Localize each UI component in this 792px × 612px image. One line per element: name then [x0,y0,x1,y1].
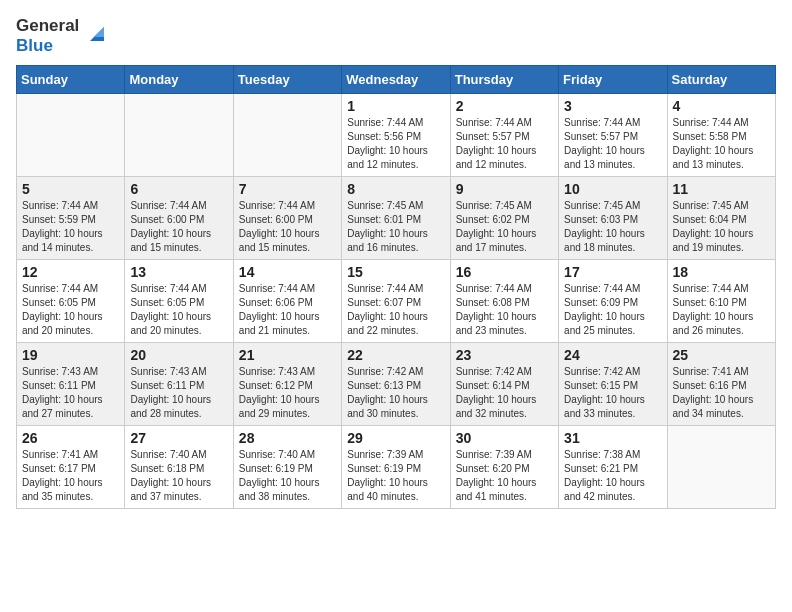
day-number: 8 [347,181,444,197]
day-info: Sunrise: 7:45 AM Sunset: 6:02 PM Dayligh… [456,199,553,255]
weekday-header-sunday: Sunday [17,66,125,94]
weekday-header-saturday: Saturday [667,66,775,94]
week-row-1: 1Sunrise: 7:44 AM Sunset: 5:56 PM Daylig… [17,94,776,177]
day-number: 13 [130,264,227,280]
logo-blue: Blue [16,36,53,55]
calendar-cell: 14Sunrise: 7:44 AM Sunset: 6:06 PM Dayli… [233,260,341,343]
day-info: Sunrise: 7:44 AM Sunset: 5:57 PM Dayligh… [456,116,553,172]
day-info: Sunrise: 7:43 AM Sunset: 6:12 PM Dayligh… [239,365,336,421]
calendar-cell: 27Sunrise: 7:40 AM Sunset: 6:18 PM Dayli… [125,426,233,509]
day-number: 15 [347,264,444,280]
day-info: Sunrise: 7:45 AM Sunset: 6:03 PM Dayligh… [564,199,661,255]
calendar-container: General Blue SundayMondayTuesdayWednesda… [0,0,792,525]
day-number: 11 [673,181,770,197]
day-number: 29 [347,430,444,446]
day-number: 27 [130,430,227,446]
calendar-cell: 8Sunrise: 7:45 AM Sunset: 6:01 PM Daylig… [342,177,450,260]
logo-text: General Blue [16,16,79,55]
calendar-cell: 10Sunrise: 7:45 AM Sunset: 6:03 PM Dayli… [559,177,667,260]
day-number: 3 [564,98,661,114]
calendar-table: SundayMondayTuesdayWednesdayThursdayFrid… [16,65,776,509]
day-info: Sunrise: 7:44 AM Sunset: 6:07 PM Dayligh… [347,282,444,338]
logo-triangle-icon [86,23,108,45]
day-number: 14 [239,264,336,280]
calendar-cell: 25Sunrise: 7:41 AM Sunset: 6:16 PM Dayli… [667,343,775,426]
weekday-header-monday: Monday [125,66,233,94]
calendar-cell: 5Sunrise: 7:44 AM Sunset: 5:59 PM Daylig… [17,177,125,260]
calendar-cell: 3Sunrise: 7:44 AM Sunset: 5:57 PM Daylig… [559,94,667,177]
calendar-cell: 19Sunrise: 7:43 AM Sunset: 6:11 PM Dayli… [17,343,125,426]
day-number: 16 [456,264,553,280]
day-info: Sunrise: 7:40 AM Sunset: 6:19 PM Dayligh… [239,448,336,504]
calendar-cell: 4Sunrise: 7:44 AM Sunset: 5:58 PM Daylig… [667,94,775,177]
day-number: 28 [239,430,336,446]
header: General Blue [16,16,776,55]
day-info: Sunrise: 7:39 AM Sunset: 6:20 PM Dayligh… [456,448,553,504]
day-info: Sunrise: 7:43 AM Sunset: 6:11 PM Dayligh… [130,365,227,421]
weekday-header-friday: Friday [559,66,667,94]
calendar-cell [17,94,125,177]
week-row-2: 5Sunrise: 7:44 AM Sunset: 5:59 PM Daylig… [17,177,776,260]
calendar-cell: 21Sunrise: 7:43 AM Sunset: 6:12 PM Dayli… [233,343,341,426]
day-info: Sunrise: 7:39 AM Sunset: 6:19 PM Dayligh… [347,448,444,504]
calendar-cell: 17Sunrise: 7:44 AM Sunset: 6:09 PM Dayli… [559,260,667,343]
day-info: Sunrise: 7:45 AM Sunset: 6:04 PM Dayligh… [673,199,770,255]
day-info: Sunrise: 7:42 AM Sunset: 6:15 PM Dayligh… [564,365,661,421]
logo: General Blue [16,16,108,55]
weekday-header-row: SundayMondayTuesdayWednesdayThursdayFrid… [17,66,776,94]
calendar-cell: 2Sunrise: 7:44 AM Sunset: 5:57 PM Daylig… [450,94,558,177]
week-row-3: 12Sunrise: 7:44 AM Sunset: 6:05 PM Dayli… [17,260,776,343]
day-number: 23 [456,347,553,363]
logo-general: General [16,16,79,35]
day-info: Sunrise: 7:44 AM Sunset: 6:00 PM Dayligh… [130,199,227,255]
day-number: 21 [239,347,336,363]
calendar-cell [233,94,341,177]
day-number: 17 [564,264,661,280]
day-info: Sunrise: 7:44 AM Sunset: 5:56 PM Dayligh… [347,116,444,172]
calendar-cell: 31Sunrise: 7:38 AM Sunset: 6:21 PM Dayli… [559,426,667,509]
day-number: 19 [22,347,119,363]
week-row-5: 26Sunrise: 7:41 AM Sunset: 6:17 PM Dayli… [17,426,776,509]
day-number: 20 [130,347,227,363]
day-info: Sunrise: 7:41 AM Sunset: 6:17 PM Dayligh… [22,448,119,504]
calendar-cell: 6Sunrise: 7:44 AM Sunset: 6:00 PM Daylig… [125,177,233,260]
calendar-cell: 28Sunrise: 7:40 AM Sunset: 6:19 PM Dayli… [233,426,341,509]
calendar-cell: 23Sunrise: 7:42 AM Sunset: 6:14 PM Dayli… [450,343,558,426]
day-number: 5 [22,181,119,197]
day-info: Sunrise: 7:44 AM Sunset: 6:10 PM Dayligh… [673,282,770,338]
day-info: Sunrise: 7:38 AM Sunset: 6:21 PM Dayligh… [564,448,661,504]
svg-marker-1 [94,27,104,37]
day-number: 31 [564,430,661,446]
day-number: 9 [456,181,553,197]
day-info: Sunrise: 7:44 AM Sunset: 6:05 PM Dayligh… [22,282,119,338]
calendar-cell: 12Sunrise: 7:44 AM Sunset: 6:05 PM Dayli… [17,260,125,343]
day-info: Sunrise: 7:44 AM Sunset: 6:08 PM Dayligh… [456,282,553,338]
day-info: Sunrise: 7:44 AM Sunset: 6:00 PM Dayligh… [239,199,336,255]
calendar-cell: 11Sunrise: 7:45 AM Sunset: 6:04 PM Dayli… [667,177,775,260]
weekday-header-tuesday: Tuesday [233,66,341,94]
calendar-cell: 9Sunrise: 7:45 AM Sunset: 6:02 PM Daylig… [450,177,558,260]
day-number: 6 [130,181,227,197]
day-number: 4 [673,98,770,114]
calendar-cell: 1Sunrise: 7:44 AM Sunset: 5:56 PM Daylig… [342,94,450,177]
calendar-cell: 7Sunrise: 7:44 AM Sunset: 6:00 PM Daylig… [233,177,341,260]
calendar-cell: 16Sunrise: 7:44 AM Sunset: 6:08 PM Dayli… [450,260,558,343]
day-info: Sunrise: 7:44 AM Sunset: 5:59 PM Dayligh… [22,199,119,255]
day-number: 10 [564,181,661,197]
day-info: Sunrise: 7:42 AM Sunset: 6:13 PM Dayligh… [347,365,444,421]
calendar-cell: 26Sunrise: 7:41 AM Sunset: 6:17 PM Dayli… [17,426,125,509]
weekday-header-wednesday: Wednesday [342,66,450,94]
day-info: Sunrise: 7:44 AM Sunset: 5:58 PM Dayligh… [673,116,770,172]
calendar-cell: 29Sunrise: 7:39 AM Sunset: 6:19 PM Dayli… [342,426,450,509]
day-number: 7 [239,181,336,197]
day-number: 22 [347,347,444,363]
day-number: 1 [347,98,444,114]
day-info: Sunrise: 7:44 AM Sunset: 6:06 PM Dayligh… [239,282,336,338]
calendar-cell: 13Sunrise: 7:44 AM Sunset: 6:05 PM Dayli… [125,260,233,343]
calendar-cell [125,94,233,177]
day-info: Sunrise: 7:40 AM Sunset: 6:18 PM Dayligh… [130,448,227,504]
week-row-4: 19Sunrise: 7:43 AM Sunset: 6:11 PM Dayli… [17,343,776,426]
day-info: Sunrise: 7:45 AM Sunset: 6:01 PM Dayligh… [347,199,444,255]
calendar-cell: 30Sunrise: 7:39 AM Sunset: 6:20 PM Dayli… [450,426,558,509]
day-info: Sunrise: 7:44 AM Sunset: 5:57 PM Dayligh… [564,116,661,172]
